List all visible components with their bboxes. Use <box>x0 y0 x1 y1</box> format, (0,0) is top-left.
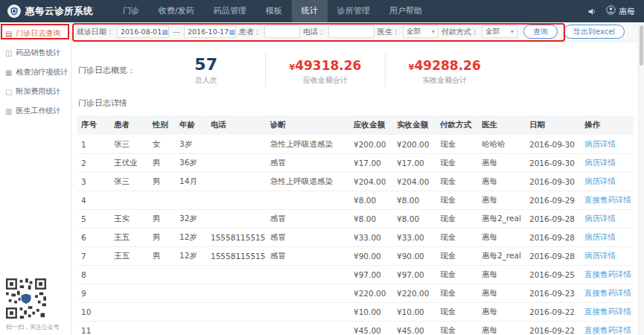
query-button[interactable]: 查询 <box>523 25 558 39</box>
table-cell <box>206 321 266 335</box>
doctor-select[interactable]: 全部 ▾ <box>403 25 439 38</box>
row-action-link[interactable]: 病历详情 <box>584 176 616 185</box>
table-cell: 2016-09-29 <box>525 191 580 209</box>
nav-item-5[interactable]: 统计 <box>292 0 328 22</box>
table-cell <box>266 302 349 321</box>
nav-item-4[interactable]: 模板 <box>256 0 292 22</box>
table-cell: 惠每 <box>477 265 525 284</box>
table-cell <box>148 191 175 209</box>
table-cell: ¥97.00 <box>349 265 392 284</box>
table-cell: 王五 <box>109 228 148 246</box>
announcement-speaker-icon[interactable] <box>587 7 597 16</box>
phone-input[interactable] <box>328 25 374 38</box>
stat-total-visits: 57 总人次 <box>147 54 265 87</box>
table-cell: 12岁 <box>175 246 206 265</box>
nav-item-3[interactable]: 药品管理 <box>204 0 256 22</box>
table-cell: 现金 <box>436 191 477 209</box>
chevron-down-icon: ▾ <box>511 28 514 35</box>
table-cell <box>206 135 266 153</box>
action-cell: 直接售药详情 <box>580 191 634 209</box>
user-menu[interactable]: 惠每 <box>606 5 635 17</box>
table-cell <box>148 302 175 321</box>
date-to-input[interactable]: 2016-10-17 ▦ <box>184 25 236 38</box>
row-action-link[interactable]: 病历详情 <box>584 251 616 260</box>
doctor-work-icon: ▥ <box>5 107 12 115</box>
row-action-link[interactable]: 直接售药详情 <box>584 288 631 297</box>
table-cell <box>206 265 266 284</box>
outpatient-log-table: 序号患者性别年龄电话诊断应收金额实收金额付款方式医生日期操作 1张三女3岁急性上… <box>77 115 634 335</box>
app-title: 惠每云诊所系统 <box>25 5 93 18</box>
sidebar-item-label: 检查治疗项统计 <box>16 67 68 77</box>
row-action-link[interactable]: 直接售药详情 <box>584 269 631 278</box>
column-header: 付款方式 <box>436 115 477 135</box>
table-cell: 4 <box>77 191 109 209</box>
vertical-scrollbar[interactable] <box>638 22 644 335</box>
calendar-icon[interactable]: ▦ <box>162 28 168 36</box>
table-cell: ¥33.00 <box>349 228 392 246</box>
table-cell: 3岁 <box>175 135 206 153</box>
calendar-icon[interactable]: ▦ <box>229 28 235 36</box>
table-cell: ¥45.00 <box>392 321 436 335</box>
action-cell: 病历详情 <box>580 172 634 191</box>
column-header: 性别 <box>148 115 175 135</box>
navbar-right: 惠每 <box>587 5 644 17</box>
table-cell <box>148 284 175 302</box>
sidebar-item-1[interactable]: ▤门诊日志查询 <box>0 24 71 43</box>
table-cell: 感冒 <box>266 246 349 265</box>
table-row: 9¥220.00¥220.00现金惠每2016-09-23直接售药详情 <box>77 284 634 302</box>
table-cell: 12岁 <box>175 228 206 246</box>
table-cell: ¥8.00 <box>392 209 436 228</box>
visit-date-label: 就诊日期： <box>77 27 114 37</box>
table-cell <box>175 302 206 321</box>
table-cell: 惠每 <box>477 172 525 191</box>
table-cell <box>109 284 148 302</box>
brand: 惠每云诊所系统 <box>0 4 113 18</box>
table-cell: ¥220.00 <box>349 284 392 302</box>
column-header: 医生 <box>477 115 525 135</box>
table-cell: 王五 <box>109 246 148 265</box>
table-body: 1张三女3岁急性上呼吸道感染¥200.00¥200.00现金哈哈哈2016-09… <box>77 135 634 335</box>
sidebar-item-4[interactable]: ▢附加费用统计 <box>0 82 71 101</box>
row-action-link[interactable]: 病历详情 <box>584 232 616 241</box>
nav-item-1[interactable]: 门诊 <box>113 0 149 22</box>
top-navbar: 惠每云诊所系统 门诊收费/发药药品管理模板统计诊所管理用户帮助 惠每 <box>0 0 644 22</box>
row-action-link[interactable]: 病历详情 <box>584 139 616 148</box>
chevron-down-icon: ▾ <box>432 28 435 35</box>
table-cell: 36岁 <box>175 153 206 172</box>
row-action-link[interactable]: 病历详情 <box>584 158 616 167</box>
outpatient-log-icon: ▤ <box>5 30 12 38</box>
date-from-input[interactable]: 2016-08-01 ▦ <box>117 25 169 38</box>
stat-received-caption: 实收金额合计 <box>386 75 504 86</box>
qr-caption: 扫一扫，关注公众号 <box>6 323 63 331</box>
nav-item-6[interactable]: 诊所管理 <box>328 0 380 22</box>
table-row: 11¥45.00¥45.00现金惠每2016-09-22直接售药详情 <box>77 321 634 335</box>
table-cell <box>175 191 206 209</box>
sidebar-item-2[interactable]: ◫药品销售统计 <box>0 43 71 63</box>
sidebar-item-3[interactable]: ▦检查治疗项统计 <box>0 63 71 82</box>
column-header: 年龄 <box>175 115 206 135</box>
nav-item-2[interactable]: 收费/发药 <box>149 0 204 22</box>
table-row: 6王五男12岁15558115515感冒¥33.00¥33.00现金惠每2016… <box>77 228 634 246</box>
table-cell: ¥90.00 <box>392 246 436 265</box>
payment-select[interactable]: 全部 ▾ <box>482 25 517 38</box>
table-cell: 3 <box>77 172 109 191</box>
sidebar-item-5[interactable]: ▥医生工作统计 <box>0 101 71 121</box>
user-name: 惠每 <box>619 6 635 17</box>
table-cell: 感冒 <box>266 228 349 246</box>
column-header: 实收金额 <box>392 115 436 135</box>
patient-input[interactable] <box>264 25 300 38</box>
table-cell <box>266 284 349 302</box>
date-to-value: 2016-10-17 <box>188 28 229 36</box>
qr-code <box>6 278 46 319</box>
row-action-link[interactable]: 直接售药详情 <box>584 307 631 316</box>
summary-stats: 57 总人次 ¥49318.26 应收金额合计 ¥49288.26 实收金额合计 <box>147 54 504 87</box>
table-cell: ¥8.00 <box>392 191 436 209</box>
nav-item-7[interactable]: 用户帮助 <box>380 0 432 22</box>
table-cell: 2016-09-28 <box>525 209 580 228</box>
table-cell: 2016-09-22 <box>525 302 580 321</box>
row-action-link[interactable]: 直接售药详情 <box>584 325 631 334</box>
row-action-link[interactable]: 直接售药详情 <box>584 195 631 204</box>
scrollbar-thumb[interactable] <box>640 25 643 66</box>
row-action-link[interactable]: 病历详情 <box>584 214 616 223</box>
export-excel-button[interactable]: 导出到excel <box>564 25 625 39</box>
